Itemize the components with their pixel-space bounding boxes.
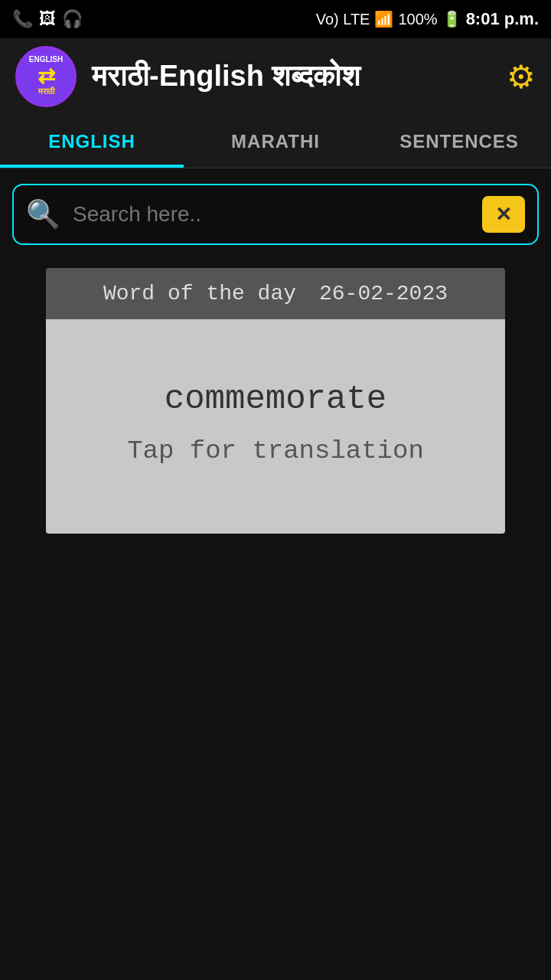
status-bar: 📞 🖼 🎧 Vo) LTE 📶 100% 🔋 8:01 p.m. bbox=[0, 0, 551, 38]
call-icon: 📞 bbox=[12, 9, 33, 29]
app-title: मराठी-English शब्दकोश bbox=[92, 60, 360, 93]
logo-english-label: ENGLISH bbox=[29, 55, 63, 64]
status-right-info: Vo) LTE 📶 100% 🔋 8:01 p.m. bbox=[316, 9, 539, 29]
wotd-title: Word of the day bbox=[103, 282, 296, 305]
wotd-word: commemorate bbox=[165, 380, 386, 418]
tab-bar: ENGLISH MARATHI SENTENCES bbox=[0, 115, 551, 168]
logo-marathi-label: मराठी bbox=[38, 87, 54, 96]
logo-arrows-icon: ⇄ bbox=[37, 64, 55, 89]
tab-marathi[interactable]: MARATHI bbox=[184, 115, 367, 168]
tab-english[interactable]: ENGLISH bbox=[0, 115, 184, 168]
status-left-icons: 📞 🖼 🎧 bbox=[12, 9, 83, 29]
signal-label: Vo) LTE bbox=[316, 11, 370, 28]
image-icon: 🖼 bbox=[39, 9, 56, 29]
battery-label: 100% bbox=[398, 11, 437, 28]
wotd-body[interactable]: commemorate Tap for translation bbox=[46, 319, 505, 534]
wotd-date: 26-02-2023 bbox=[319, 282, 448, 305]
settings-icon[interactable]: ⚙ bbox=[507, 58, 536, 96]
wotd-header: Word of the day 26-02-2023 bbox=[46, 268, 505, 319]
header-left: ENGLISH ⇄ मराठी मराठी-English शब्दकोश bbox=[15, 46, 360, 107]
app-logo: ENGLISH ⇄ मराठी bbox=[15, 46, 77, 107]
wotd-tap-hint: Tap for translation bbox=[127, 436, 424, 466]
headset-icon: 🎧 bbox=[62, 9, 83, 29]
search-input[interactable] bbox=[73, 202, 470, 227]
search-container: 🔍 ✕ bbox=[12, 184, 539, 245]
search-icon: 🔍 bbox=[26, 198, 60, 230]
tab-sentences[interactable]: SENTENCES bbox=[367, 115, 551, 168]
status-time: 8:01 p.m. bbox=[466, 9, 539, 29]
logo-inner: ENGLISH ⇄ मराठी bbox=[23, 54, 69, 100]
signal-icon: 📶 bbox=[374, 10, 393, 28]
search-clear-button[interactable]: ✕ bbox=[482, 196, 525, 233]
app-header: ENGLISH ⇄ मराठी मराठी-English शब्दकोश ⚙ bbox=[0, 38, 551, 115]
word-of-the-day-section: Word of the day 26-02-2023 commemorate T… bbox=[46, 268, 505, 534]
battery-icon: 🔋 bbox=[442, 10, 461, 28]
